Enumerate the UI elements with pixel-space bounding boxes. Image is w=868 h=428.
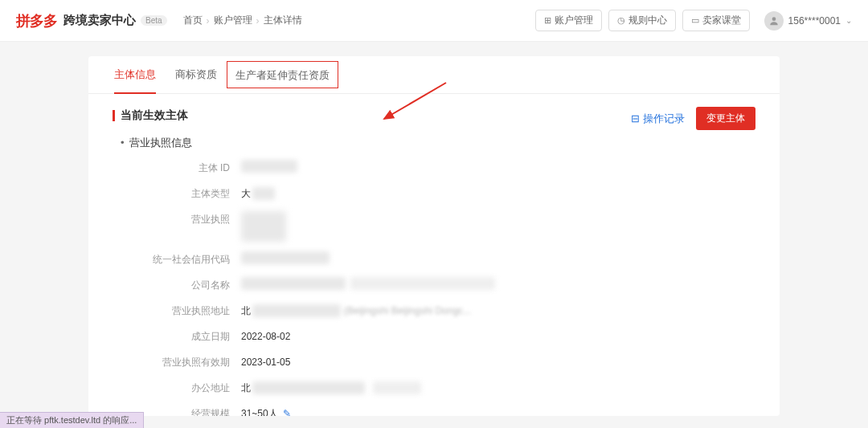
breadcrumb-item[interactable]: 首页 <box>183 14 203 27</box>
site-title: 跨境卖家中心 <box>63 13 136 28</box>
svg-point-0 <box>772 17 776 21</box>
user-id: 156****0001 <box>788 15 841 26</box>
seller-class-button[interactable]: ▭ 卖家课堂 <box>682 10 750 31</box>
account-mgmt-button[interactable]: ⊞ 账户管理 <box>535 10 602 31</box>
field-license-img: 营业执照 <box>121 211 755 242</box>
tab-entity-info[interactable]: 主体信息 <box>104 56 166 93</box>
tab-epr[interactable]: 生产者延伸责任资质 <box>227 61 338 88</box>
field-license-addr: 营业执照地址 北(Beijingshi Beijingshi Dongc... <box>121 303 755 319</box>
field-establish-date: 成立日期 2022-08-02 <box>121 328 755 344</box>
tab-trademark[interactable]: 商标资质 <box>166 56 227 93</box>
clock-icon: ◷ <box>617 15 625 26</box>
user-menu[interactable]: 156****0001 ⌄ <box>764 11 852 31</box>
field-scale: 经营规模 31~50人 ✎ <box>121 406 755 416</box>
breadcrumb-item[interactable]: 账户管理 <box>214 14 252 27</box>
field-entity-type: 主体类型 大 <box>121 185 755 202</box>
chevron-right-icon: › <box>207 15 210 26</box>
field-expiry: 营业执照有效期 2023-01-05 <box>121 354 755 370</box>
logo: 拼多多 <box>16 11 57 31</box>
rules-center-button[interactable]: ◷ 规则中心 <box>608 10 676 31</box>
avatar-icon <box>764 11 784 31</box>
breadcrumb: 首页 › 账户管理 › 主体详情 <box>183 14 302 27</box>
license-image[interactable] <box>241 211 286 242</box>
browser-status-bar: 正在等待 pftk.testdev.ltd 的响应... <box>0 412 144 428</box>
beta-tag: Beta <box>141 15 167 26</box>
operation-log-link[interactable]: ⊟ 操作记录 <box>631 112 685 126</box>
chevron-down-icon: ⌄ <box>845 16 852 25</box>
top-header: 拼多多 跨境卖家中心 Beta 首页 › 账户管理 › 主体详情 ⊞ 账户管理 … <box>0 0 868 42</box>
field-entity-id: 主体 ID <box>121 160 755 176</box>
edit-icon[interactable]: ✎ <box>283 406 291 416</box>
tabs: 主体信息 商标资质 生产者延伸责任资质 <box>88 56 780 94</box>
monitor-icon: ▭ <box>691 15 699 26</box>
biz-license-title: 营业执照信息 <box>121 136 755 150</box>
grid-icon: ⊞ <box>544 15 551 26</box>
main-card: 主体信息 商标资质 生产者延伸责任资质 当前生效主体 ⊟ 操作记录 变更主体 营… <box>88 56 780 416</box>
field-credit-code: 统一社会信用代码 <box>121 251 755 267</box>
chevron-right-icon: › <box>256 15 260 26</box>
log-icon: ⊟ <box>631 112 640 124</box>
field-office-addr: 办公地址 北 <box>121 380 755 396</box>
card-body[interactable]: 当前生效主体 ⊟ 操作记录 变更主体 营业执照信息 主体 ID 主体类型 大 <box>88 94 780 416</box>
breadcrumb-item: 主体详情 <box>264 14 302 27</box>
field-company-name: 公司名称 <box>121 277 755 293</box>
change-entity-button[interactable]: 变更主体 <box>696 107 755 130</box>
